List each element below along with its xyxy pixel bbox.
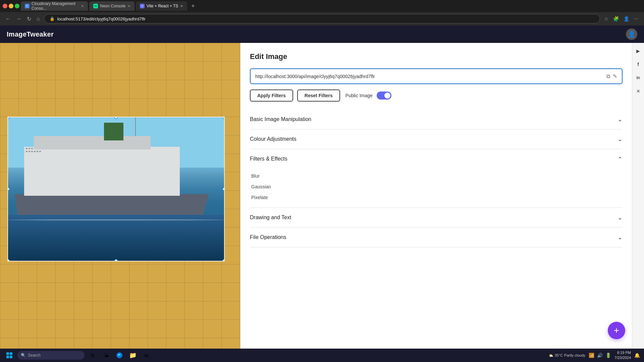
toggle-thumb — [384, 93, 390, 99]
open-url-button[interactable]: ✎ — [613, 73, 617, 79]
nav-bar: ← → ↻ ⌂ 🔒 localhost:5173/edit/clyyj6q7q0… — [0, 12, 644, 25]
start-button[interactable] — [4, 350, 15, 361]
window — [26, 151, 28, 152]
ship-container — [14, 132, 209, 221]
accordion-filters-title: Filters & Effects — [250, 156, 287, 162]
network-icon[interactable]: 📶 — [589, 353, 594, 358]
handle-bottom-left[interactable] — [7, 259, 10, 261]
volume-icon[interactable]: 🔊 — [597, 353, 603, 358]
sys-icons: 📶 🔊 🔋 — [589, 353, 611, 358]
panel-title: Edit Image — [250, 52, 623, 61]
canvas-area — [0, 43, 240, 349]
accordion-filters-header[interactable]: Filters & Effects ⌄ — [250, 149, 623, 169]
public-image-toggle[interactable] — [377, 92, 391, 100]
accordion-colour: Colour Adjustments ⌄ — [250, 129, 623, 149]
windows-logo — [6, 352, 12, 358]
accordion-drawing-header[interactable]: Drawing and Text ⌄ — [250, 208, 623, 227]
linkedin-icon[interactable]: in — [634, 74, 642, 82]
tab-vite-label: Vite + React + TS — [147, 4, 178, 8]
profile-icon[interactable]: 👤 — [622, 15, 631, 22]
settings-icon[interactable]: ⋯ — [633, 15, 640, 22]
tab-cloudinary[interactable]: C Cloudinary Management Conso... ✕ — [21, 1, 88, 11]
taskbar-widgets[interactable]: 🌤 — [101, 350, 111, 361]
tab-neon-close[interactable]: ✕ — [127, 4, 130, 8]
extensions-icon[interactable]: 🧩 — [612, 15, 620, 22]
taskbar-search[interactable]: 🔍 Search — [17, 351, 85, 360]
cloudinary-favicon: C — [25, 4, 30, 8]
tab-neon[interactable]: N Neon Console ✕ — [89, 1, 135, 11]
reload-icon[interactable]: ↻ — [25, 14, 33, 23]
taskbar-store[interactable]: 🛍 — [141, 350, 152, 361]
tab-neon-label: Neon Console — [100, 4, 125, 8]
tab-vite[interactable]: V Vite + React + TS ✕ — [136, 1, 187, 11]
taskbar-taskview[interactable]: ⧉ — [87, 350, 98, 361]
accordion-colour-chevron: ⌄ — [618, 135, 623, 143]
clock-date: 7/23/2024 — [614, 355, 631, 360]
filter-gaussian[interactable]: Gaussian — [250, 181, 623, 192]
accordion-filters: Filters & Effects ⌄ Blur Gaussian Pixela… — [250, 149, 623, 208]
home-icon[interactable]: ⌂ — [35, 14, 41, 23]
toolbar-row: Apply Filters Reset Filters Public Image — [250, 89, 623, 102]
water — [8, 215, 224, 261]
copy-url-button[interactable]: ⧉ — [606, 73, 610, 79]
bookmark-icon[interactable]: ☆ — [603, 15, 610, 22]
accordion-filters-content: Blur Gaussian Pixelate — [250, 169, 623, 207]
filter-pixelate[interactable]: Pixelate — [250, 192, 623, 203]
handle-bottom-right[interactable] — [222, 259, 225, 261]
right-panel: Edit Image http://localhost:3000/api/ima… — [240, 43, 632, 349]
tab-vite-close[interactable]: ✕ — [180, 4, 183, 8]
accordion-drawing-chevron: ⌄ — [618, 214, 623, 221]
close-window-btn[interactable] — [3, 4, 7, 8]
accordion-file: File Operations ⌄ — [250, 228, 623, 247]
handle-middle-right[interactable] — [222, 187, 225, 191]
window — [31, 148, 33, 149]
address-bar[interactable]: 🔒 localhost:5173/edit/clyyj6q7q00026jyad… — [44, 14, 600, 23]
logo-cell-3 — [6, 356, 9, 358]
svg-point-0 — [116, 352, 122, 358]
apply-filters-button[interactable]: Apply Filters — [250, 89, 293, 102]
window — [37, 151, 38, 152]
time-display[interactable]: 8:19 PM 7/23/2024 — [614, 350, 631, 361]
public-image-label: Public Image — [345, 93, 373, 98]
play-social-icon[interactable]: ▶ — [634, 47, 642, 55]
search-taskbar-icon: 🔍 — [21, 353, 26, 358]
handle-bottom-center[interactable] — [114, 259, 118, 261]
back-icon[interactable]: ← — [4, 14, 12, 23]
accordion-basic-header[interactable]: Basic Image Manipulation ⌄ — [250, 110, 623, 129]
accordion-filters-chevron: ⌄ — [618, 155, 623, 163]
window — [31, 151, 33, 152]
accordion-colour-header[interactable]: Colour Adjustments ⌄ — [250, 129, 623, 149]
windows-row-2 — [24, 150, 180, 153]
vite-favicon: V — [140, 4, 145, 8]
accordion-drawing: Drawing and Text ⌄ — [250, 208, 623, 228]
taskbar-explorer[interactable]: 📁 — [127, 350, 138, 361]
maximize-window-btn[interactable] — [15, 4, 19, 8]
notification-icon[interactable]: 🔔 — [634, 353, 640, 358]
filter-blur[interactable]: Blur — [250, 171, 623, 181]
window — [39, 151, 41, 152]
main-area: Edit Image http://localhost:3000/api/ima… — [0, 43, 644, 349]
taskbar: 🔍 Search ⧉ 🌤 📁 🛍 ⛅ 35°C Partly cloudy 📶 … — [0, 349, 644, 362]
url-text: http://localhost:3000/api/image/clyyj6q7… — [255, 74, 603, 79]
battery-icon[interactable]: 🔋 — [605, 353, 611, 358]
tab-cloudinary-close[interactable]: ✕ — [81, 4, 84, 8]
taskbar-edge[interactable] — [114, 350, 125, 361]
address-text: localhost:5173/edit/clyyj6q7q00026jyadhr… — [57, 16, 146, 21]
new-tab-button[interactable]: + — [189, 3, 198, 10]
twitter-icon[interactable]: ✕ — [634, 87, 642, 95]
minimize-window-btn[interactable] — [9, 4, 13, 8]
user-avatar[interactable]: 👤 — [626, 28, 637, 40]
lock-icon: 🔒 — [50, 16, 55, 21]
ship-image — [8, 117, 224, 261]
facebook-icon[interactable]: f — [634, 60, 642, 68]
image-frame[interactable] — [7, 117, 225, 261]
reset-filters-button[interactable]: Reset Filters — [297, 89, 340, 102]
handle-top-right[interactable] — [222, 117, 225, 119]
forward-icon[interactable]: → — [15, 14, 23, 23]
nav-actions: ☆ 🧩 👤 ⋯ — [603, 15, 640, 22]
browser-chrome: C Cloudinary Management Conso... ✕ N Neo… — [0, 0, 644, 25]
logo-cell-1 — [6, 352, 9, 355]
accordion-file-header[interactable]: File Operations ⌄ — [250, 228, 623, 247]
fab-button[interactable]: + — [608, 322, 625, 339]
window — [34, 151, 36, 152]
